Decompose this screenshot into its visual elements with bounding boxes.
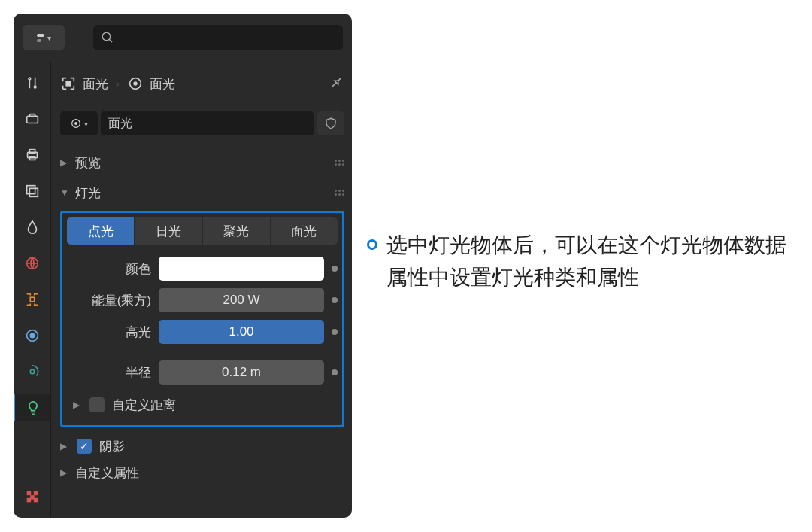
shield-icon <box>324 117 338 130</box>
svg-point-4 <box>34 86 36 88</box>
search-input[interactable] <box>93 25 343 50</box>
tab-object-data-light[interactable] <box>14 394 50 421</box>
svg-rect-11 <box>26 186 35 194</box>
printer-icon <box>24 147 41 163</box>
constraint-icon <box>24 327 41 344</box>
breadcrumb-data-label: 面光 <box>150 75 175 93</box>
tab-view-layer[interactable] <box>19 178 46 205</box>
tab-physics[interactable] <box>19 358 46 385</box>
physics-icon <box>24 363 41 380</box>
prop-energy-row: 能量(乘方) 200 W <box>67 287 338 314</box>
search-icon <box>101 31 114 44</box>
section-custom-distance[interactable]: ▶ 自定义距离 <box>67 392 338 418</box>
chevron-down-icon: ▾ <box>47 34 51 42</box>
animate-dot[interactable] <box>332 329 338 335</box>
animate-dot[interactable] <box>332 297 338 303</box>
light-type-point[interactable]: 点光 <box>67 217 135 245</box>
shadow-label: 阴影 <box>99 438 125 455</box>
section-preview-label: 预览 <box>75 154 101 172</box>
radius-field[interactable]: 0.12 m <box>159 360 324 385</box>
light-data-icon <box>70 117 82 129</box>
tab-output[interactable] <box>19 141 46 169</box>
chevron-right-icon: ▶ <box>73 400 82 410</box>
pin-icon <box>326 71 347 92</box>
breadcrumb-object-label: 面光 <box>83 75 108 93</box>
chevron-down-icon: ▾ <box>84 120 88 128</box>
drag-handle-icon[interactable] <box>335 160 344 166</box>
svg-rect-18 <box>26 491 31 496</box>
chevron-right-icon: ▶ <box>60 157 69 168</box>
datablock-name-value: 面光 <box>108 116 132 132</box>
chevron-right-icon: ▶ <box>60 441 69 451</box>
tab-object[interactable] <box>19 286 46 313</box>
light-type-tabs: 点光 日光 聚光 面光 <box>67 217 338 245</box>
light-type-sun[interactable]: 日光 <box>135 217 202 245</box>
svg-point-17 <box>30 369 35 374</box>
svg-rect-9 <box>29 150 35 154</box>
annotation-text: 选中灯光物体后，可以在这个灯光物体数据属性中设置灯光种类和属性 <box>386 229 788 294</box>
camera-icon <box>24 111 41 127</box>
prop-radius-label: 半径 <box>67 364 151 382</box>
svg-rect-22 <box>33 498 38 503</box>
svg-point-0 <box>102 32 111 41</box>
datablock-row: ▾ 面光 <box>60 108 344 138</box>
section-shadow[interactable]: ▶ ✓ 阴影 <box>60 433 344 459</box>
chevron-right-icon: ▶ <box>60 467 69 478</box>
svg-rect-14 <box>30 297 35 302</box>
svg-rect-23 <box>66 81 71 86</box>
tool-icon <box>24 74 41 91</box>
topbar: ▾ <box>14 14 352 62</box>
breadcrumb-data[interactable]: 面光 <box>127 75 175 93</box>
droplet-icon <box>24 219 41 236</box>
prop-color-row: 颜色 <box>67 255 338 282</box>
chevron-down-icon: ▼ <box>60 187 69 198</box>
light-type-spot[interactable]: 聚光 <box>203 217 271 245</box>
light-data-icon <box>127 75 144 92</box>
layers-icon <box>24 183 41 199</box>
property-tab-rail <box>14 62 51 518</box>
svg-line-1 <box>109 39 112 42</box>
datablock-selector[interactable]: ▾ <box>60 111 98 135</box>
checker-icon <box>24 488 41 505</box>
section-preview[interactable]: ▶ 预览 <box>60 147 344 178</box>
tab-render[interactable] <box>19 105 46 132</box>
annotation-callout: 选中灯光物体后，可以在这个灯光物体数据属性中设置灯光种类和属性 <box>367 229 788 294</box>
display-mode-toggle[interactable]: ▾ <box>23 25 65 50</box>
drag-handle-icon[interactable] <box>335 190 344 196</box>
shadow-checkbox[interactable]: ✓ <box>77 439 92 454</box>
prop-energy-label: 能量(乘方) <box>67 292 151 309</box>
pin-button[interactable] <box>329 74 344 93</box>
section-light[interactable]: ▼ 灯光 <box>60 178 344 208</box>
properties-editor: ▾ <box>14 14 352 518</box>
prop-color-label: 颜色 <box>67 260 151 278</box>
prop-specular-label: 高光 <box>67 324 151 341</box>
fake-user-button[interactable] <box>317 111 344 135</box>
svg-point-27 <box>75 123 77 125</box>
animate-dot[interactable] <box>332 369 338 375</box>
specular-field[interactable]: 1.00 <box>159 320 324 344</box>
light-settings-highlight: 点光 日光 聚光 面光 颜色 能量(乘方) 200 W 高光 1 <box>60 211 344 427</box>
svg-point-16 <box>30 333 35 338</box>
custom-distance-checkbox[interactable] <box>89 397 105 412</box>
energy-field[interactable]: 200 W <box>159 288 324 312</box>
svg-rect-12 <box>29 188 38 196</box>
datablock-name-input[interactable]: 面光 <box>101 111 314 135</box>
color-field[interactable] <box>159 257 324 281</box>
prop-specular-row: 高光 1.00 <box>67 318 338 345</box>
section-light-label: 灯光 <box>75 184 101 202</box>
world-icon <box>24 255 41 272</box>
tab-scene[interactable] <box>19 214 46 241</box>
tab-constraints[interactable] <box>19 322 46 349</box>
svg-point-2 <box>28 78 30 80</box>
section-custom-props[interactable]: ▶ 自定义属性 <box>60 459 344 486</box>
tab-tool[interactable] <box>19 69 46 96</box>
object-icon <box>60 75 77 92</box>
svg-rect-21 <box>26 498 31 503</box>
object-icon <box>24 291 41 308</box>
tab-texture[interactable] <box>19 483 46 510</box>
light-type-area[interactable]: 面光 <box>271 217 338 245</box>
lightbulb-icon <box>25 400 41 416</box>
animate-dot[interactable] <box>332 266 338 272</box>
tab-world[interactable] <box>19 250 46 277</box>
breadcrumb-object[interactable]: 面光 <box>60 75 108 93</box>
